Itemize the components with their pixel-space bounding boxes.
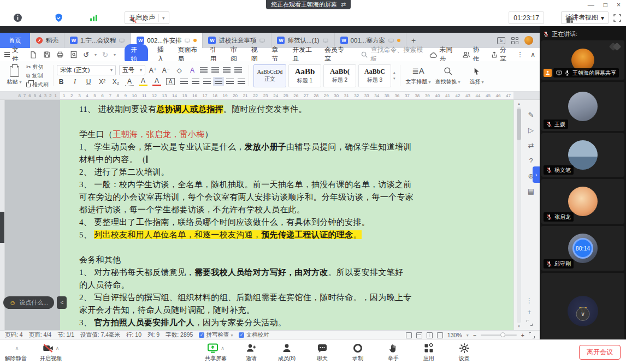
zoom-slider[interactable] [481, 335, 517, 336]
zoom-in-icon[interactable]: + [527, 308, 531, 316]
more-menu-icon[interactable]: ⋮ [517, 51, 523, 58]
share-screen-button[interactable]: ∧共享屏幕 [203, 342, 228, 362]
zoom-out-icon[interactable]: − [473, 332, 476, 338]
zoom-in-icon[interactable]: + [521, 332, 524, 338]
chat-input-pill[interactable]: ☺ 说点什么... [3, 296, 54, 309]
redo-icon[interactable]: ↻ [102, 51, 108, 59]
zoom-level[interactable]: 130% [447, 332, 462, 338]
participant-tile[interactable]: 王朝海的屏幕共享 [541, 40, 624, 80]
text-typeset-button[interactable]: ≣A 文字排版▾ [406, 65, 431, 86]
undo-icon[interactable]: ↺ [83, 51, 89, 59]
page-tool-icon[interactable]: ▤ [526, 186, 536, 196]
select-button[interactable]: 选择▾ [465, 65, 489, 86]
original-sound-button[interactable]: 开启原声 ▾ [125, 11, 169, 24]
font-name-select[interactable]: 宋体 (正文)▾ [57, 65, 116, 75]
scroll-up-icon[interactable]: ▴ [517, 102, 521, 106]
numbered-list-icon[interactable] [211, 67, 219, 73]
edit-tool-icon[interactable]: ✎ [526, 110, 536, 120]
scroll-up-icon[interactable]: ▴ [393, 70, 395, 75]
text-effects-button[interactable]: A [188, 67, 197, 74]
undo-dropdown-icon[interactable]: ▾ [95, 52, 97, 57]
participant-tile[interactable]: 张启龙 [541, 179, 624, 224]
cam-off-button[interactable]: ∧开启视频 [38, 342, 63, 362]
line-spacing-icon[interactable] [238, 79, 245, 85]
fit-page-icon[interactable] [527, 320, 533, 326]
wps-tab[interactable]: W1.宁...会议程 [64, 33, 131, 48]
mic-off-button[interactable]: ∧解除静音 [3, 342, 28, 362]
maximize-button[interactable]: □ [604, 2, 607, 8]
scroll-down-icon[interactable]: ▾ [393, 76, 395, 81]
emoji-icon[interactable]: ☺ [9, 299, 16, 307]
members-button[interactable]: 成员(8) [274, 342, 299, 362]
fullscreen-icon[interactable] [612, 13, 622, 22]
find-replace-button[interactable]: 查找替换▾ [435, 65, 460, 86]
more-tools-icon[interactable]: ⋮ [526, 297, 533, 305]
leave-meeting-button[interactable]: 离开会议 [579, 345, 621, 360]
collapse-chat-button[interactable]: < [57, 296, 67, 309]
styles-scroll[interactable]: ▴ ▾ [393, 70, 395, 81]
collapse-list-button[interactable]: ∨ [576, 307, 590, 321]
font-color-button[interactable]: A [152, 77, 161, 86]
close-button[interactable]: × [617, 2, 621, 8]
save-icon[interactable] [43, 50, 51, 59]
paste-button[interactable]: 粘贴 ▾ [3, 63, 25, 88]
chevron-up-icon[interactable]: ∧ [221, 345, 225, 351]
clear-formatting-button[interactable]: ◇ [175, 67, 184, 74]
font-size-select[interactable]: 五号▾ [119, 65, 145, 75]
participant-tile[interactable]: 80:14邱守刚 [541, 226, 624, 271]
chevron-down-icon[interactable]: ▾ [601, 14, 604, 22]
collapse-ribbon-icon[interactable]: ∧ [530, 51, 535, 58]
decrease-indent-icon[interactable] [223, 67, 231, 73]
character-border-button[interactable]: A [166, 78, 175, 85]
window-manager-icon[interactable]: 5 [497, 37, 505, 44]
account-avatar[interactable] [524, 36, 533, 45]
participant-tile[interactable]: V [541, 273, 624, 339]
increase-indent-icon[interactable] [234, 67, 242, 73]
bold-button[interactable]: B [57, 78, 66, 86]
participant-tile[interactable]: 王媛 [541, 82, 624, 131]
chat-button[interactable]: 聊天 [310, 342, 335, 362]
subscript-button[interactable]: X₂ [111, 78, 120, 86]
scroll-down-icon[interactable]: ▾ [517, 324, 521, 329]
italic-button[interactable]: I [70, 77, 79, 86]
hand-button[interactable]: 举手 [381, 342, 406, 362]
switch-screen-icon[interactable]: ⇄ [341, 1, 346, 8]
style-标题 2[interactable]: AaBb(标题 2 [323, 64, 356, 87]
apps-button[interactable]: 应用 [416, 342, 441, 362]
superscript-button[interactable]: X² [98, 78, 107, 86]
print-preview-icon[interactable] [70, 50, 78, 59]
distribute-icon[interactable] [226, 79, 234, 85]
bullet-list-icon[interactable] [200, 67, 208, 73]
style-标题 3[interactable]: AaBbC标题 3 [358, 64, 391, 87]
select-tool-icon[interactable]: ▷ [526, 125, 536, 135]
underline-button[interactable]: U [84, 78, 93, 86]
more-dropdown-icon[interactable]: ▾ [114, 52, 116, 57]
phonetic-guide-button[interactable]: A [125, 77, 134, 86]
web-mode-icon[interactable] [437, 332, 443, 338]
chevron-up-icon[interactable]: ∧ [15, 345, 19, 351]
workspace-grid-icon[interactable] [511, 37, 518, 44]
zoom-slider-knob[interactable] [500, 332, 505, 337]
view-mode-button[interactable]: 演讲者视图 ▾ [561, 11, 609, 24]
compare-tool-icon[interactable]: ⇄ [526, 140, 536, 150]
format-painter-button[interactable]: 格式刷 [26, 81, 49, 88]
decrease-font-size-button[interactable]: A⁻ [162, 67, 170, 74]
align-left-icon[interactable] [180, 79, 188, 85]
read-mode-icon[interactable] [406, 332, 412, 338]
zoom-dropdown-icon[interactable]: ▾ [466, 333, 469, 338]
wps-tab[interactable]: 稻壳 [30, 33, 64, 48]
align-center-icon[interactable] [192, 79, 199, 85]
chevron-down-icon[interactable]: ▾ [162, 15, 165, 21]
minimize-button[interactable]: — [588, 2, 594, 8]
security-shield-icon[interactable] [54, 13, 63, 22]
chevron-up-icon[interactable]: ∧ [56, 345, 60, 351]
vertical-scrollbar-thumb[interactable] [517, 109, 521, 140]
highlight-color-button[interactable]: A [139, 77, 147, 86]
document-page[interactable]: 11、 进校期间要设有总协调人或总指挥。随时应付突发事件。学生口（王朝海，张启龙… [60, 100, 513, 330]
cut-button[interactable]: ✂ 剪切 [26, 63, 49, 71]
page-mode-icon[interactable] [416, 332, 422, 338]
settings-button[interactable]: 设置 [452, 342, 477, 362]
participant-tile[interactable]: 杨文笔 [541, 133, 624, 177]
increase-font-size-button[interactable]: A⁺ [149, 67, 157, 74]
invite-button[interactable]: 邀请 [239, 342, 264, 362]
